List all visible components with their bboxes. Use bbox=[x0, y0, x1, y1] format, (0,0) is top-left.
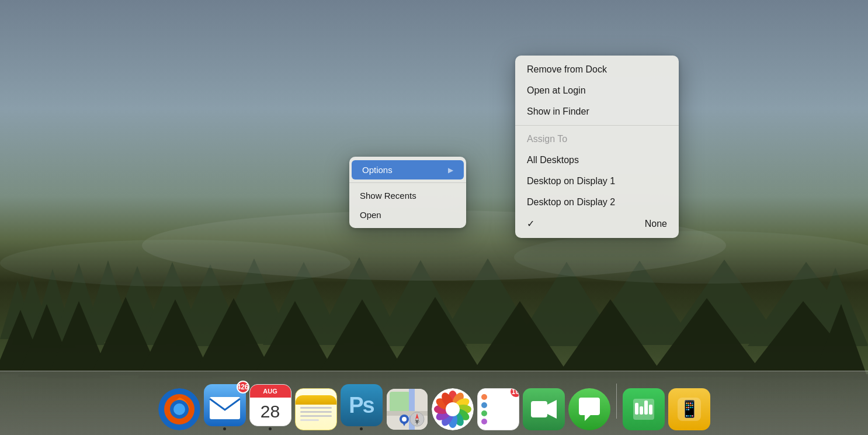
reminders-badge: 10 bbox=[509, 388, 519, 398]
dock-icon-notes[interactable] bbox=[295, 388, 337, 430]
dock: 426 AUG 28 bbox=[0, 371, 868, 435]
svg-text:📱: 📱 bbox=[679, 399, 699, 419]
menu-item-open[interactable]: Open bbox=[349, 205, 466, 225]
dock-icon-stocks[interactable]: 📱 bbox=[668, 388, 710, 430]
svg-marker-4 bbox=[53, 263, 105, 345]
menu-item-assign-to: Assign To bbox=[515, 129, 679, 150]
submenu-separator bbox=[515, 125, 679, 126]
menu-item-open-at-login[interactable]: Open at Login bbox=[515, 80, 679, 101]
svg-rect-42 bbox=[210, 397, 240, 419]
svg-point-40 bbox=[173, 403, 185, 415]
dock-icon-numbers[interactable] bbox=[623, 388, 665, 430]
svg-marker-2 bbox=[12, 275, 53, 345]
svg-rect-69 bbox=[531, 401, 547, 417]
menu-item-none[interactable]: ✓ None bbox=[515, 213, 679, 234]
menu-item-remove-from-dock[interactable]: Remove from Dock bbox=[515, 59, 679, 80]
svg-rect-74 bbox=[644, 401, 648, 415]
svg-marker-27 bbox=[386, 297, 485, 377]
svg-marker-70 bbox=[547, 400, 557, 419]
svg-marker-22 bbox=[91, 297, 161, 375]
svg-marker-30 bbox=[648, 298, 765, 377]
dock-running-dot bbox=[360, 427, 363, 430]
svg-marker-19 bbox=[0, 310, 47, 374]
calendar-day: 28 bbox=[261, 398, 280, 426]
menu-item-show-recents[interactable]: Show Recents bbox=[349, 186, 466, 205]
dock-icon-messages[interactable] bbox=[568, 388, 610, 430]
svg-marker-6 bbox=[108, 266, 166, 345]
dock-icon-photoshop[interactable]: Ps bbox=[341, 384, 383, 430]
svg-marker-21 bbox=[47, 301, 111, 379]
dock-icon-calendar[interactable]: AUG 28 bbox=[249, 384, 291, 430]
svg-marker-10 bbox=[263, 262, 345, 345]
svg-marker-29 bbox=[555, 299, 666, 379]
svg-marker-23 bbox=[137, 299, 213, 379]
svg-marker-15 bbox=[584, 261, 695, 345]
svg-marker-13 bbox=[438, 258, 537, 344]
svg-marker-31 bbox=[742, 301, 868, 380]
dock-running-dot bbox=[223, 427, 226, 430]
svg-marker-8 bbox=[175, 264, 245, 346]
svg-point-50 bbox=[402, 417, 407, 422]
menu-item-options[interactable]: Options ▶ bbox=[352, 160, 464, 179]
svg-marker-3 bbox=[29, 269, 76, 348]
svg-marker-12 bbox=[374, 260, 467, 346]
calendar-month: AUG bbox=[250, 385, 291, 398]
svg-point-35 bbox=[0, 240, 350, 286]
svg-marker-20 bbox=[18, 304, 76, 377]
dock-icon-photos[interactable] bbox=[432, 388, 474, 430]
check-icon: ✓ bbox=[527, 218, 534, 229]
svg-marker-9 bbox=[216, 258, 292, 344]
menu-item-all-desktops[interactable]: All Desktops bbox=[515, 150, 679, 171]
mail-badge: 426 bbox=[237, 381, 249, 393]
svg-marker-16 bbox=[666, 260, 783, 344]
menu-item-display2[interactable]: Desktop on Display 2 bbox=[515, 192, 679, 213]
svg-marker-26 bbox=[315, 299, 409, 379]
svg-marker-18 bbox=[806, 268, 868, 345]
dock-icon-reminders[interactable]: 10 bbox=[477, 388, 519, 430]
dock-separator bbox=[616, 384, 617, 419]
svg-marker-28 bbox=[467, 301, 572, 380]
svg-rect-45 bbox=[390, 392, 410, 412]
menu-item-display1[interactable]: Desktop on Display 1 bbox=[515, 171, 679, 192]
dock-icon-facetime[interactable] bbox=[523, 388, 565, 430]
options-submenu: Remove from Dock Open at Login Show in F… bbox=[515, 56, 679, 238]
svg-marker-24 bbox=[193, 298, 275, 377]
svg-marker-5 bbox=[82, 260, 134, 342]
svg-marker-14 bbox=[514, 262, 619, 346]
svg-point-68 bbox=[446, 402, 460, 416]
dock-icon-mail[interactable]: 426 bbox=[204, 384, 246, 430]
svg-marker-1 bbox=[0, 281, 35, 339]
svg-rect-73 bbox=[640, 406, 643, 415]
dock-icon-firefox[interactable] bbox=[158, 388, 200, 430]
desktop: Options ▶ Show Recents Open Remove from … bbox=[0, 0, 868, 435]
dock-icon-maps[interactable]: 3D bbox=[386, 388, 428, 430]
menu-item-show-in-finder[interactable]: Show in Finder bbox=[515, 101, 679, 122]
svg-marker-17 bbox=[748, 262, 868, 346]
svg-rect-72 bbox=[635, 403, 638, 415]
menu-separator bbox=[349, 182, 466, 183]
svg-marker-11 bbox=[315, 257, 403, 343]
svg-rect-75 bbox=[649, 405, 652, 415]
svg-marker-7 bbox=[140, 262, 204, 344]
svg-marker-32 bbox=[812, 304, 868, 379]
dock-running-dot bbox=[269, 427, 272, 430]
submenu-arrow-icon: ▶ bbox=[448, 166, 453, 174]
dock-context-menu: Options ▶ Show Recents Open bbox=[349, 157, 466, 228]
svg-marker-25 bbox=[251, 301, 339, 380]
svg-point-36 bbox=[514, 231, 868, 284]
svg-text:3D: 3D bbox=[415, 420, 419, 423]
